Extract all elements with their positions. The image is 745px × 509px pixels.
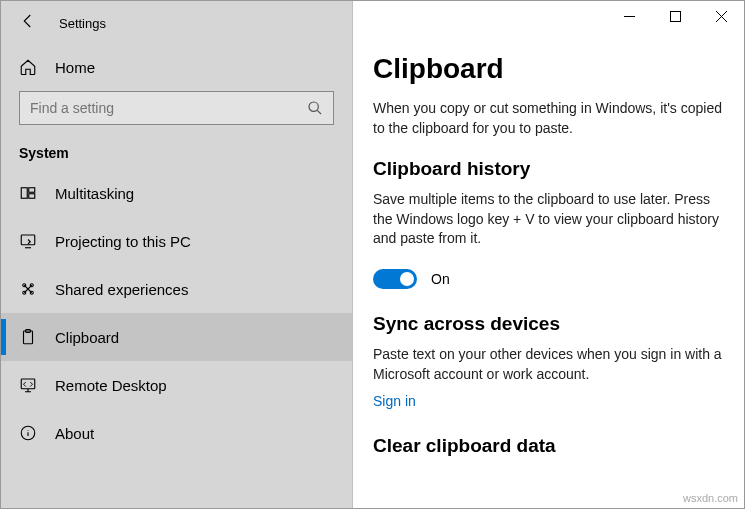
nav-shared-experiences[interactable]: Shared experiences: [1, 265, 352, 313]
nav-item-label: Shared experiences: [55, 281, 188, 298]
history-toggle-row: On: [373, 269, 732, 289]
sidebar-header: Settings: [1, 1, 352, 45]
history-heading: Clipboard history: [373, 158, 732, 180]
svg-rect-2: [29, 188, 35, 193]
back-arrow-icon: [19, 12, 37, 30]
watermark: wsxdn.com: [683, 492, 738, 504]
sync-desc: Paste text on your other devices when yo…: [373, 345, 732, 384]
history-toggle[interactable]: [373, 269, 417, 289]
close-button[interactable]: [698, 1, 744, 31]
minimize-icon: [624, 11, 635, 22]
nav-remote-desktop[interactable]: Remote Desktop: [1, 361, 352, 409]
app-title: Settings: [59, 16, 106, 31]
about-icon: [19, 424, 37, 442]
projecting-icon: [19, 232, 37, 250]
search-box[interactable]: [19, 91, 334, 125]
nav-item-label: Clipboard: [55, 329, 119, 346]
nav-clipboard[interactable]: Clipboard: [1, 313, 352, 361]
maximize-icon: [670, 11, 681, 22]
nav-home[interactable]: Home: [1, 45, 352, 89]
close-icon: [716, 11, 727, 22]
sync-heading: Sync across devices: [373, 313, 732, 335]
multitasking-icon: [19, 184, 37, 202]
nav-home-label: Home: [55, 59, 95, 76]
search-input[interactable]: [30, 100, 270, 116]
section-label-system: System: [1, 135, 352, 169]
nav-item-label: Projecting to this PC: [55, 233, 191, 250]
nav-item-label: Remote Desktop: [55, 377, 167, 394]
maximize-button[interactable]: [652, 1, 698, 31]
svg-rect-1: [21, 188, 27, 199]
nav-item-label: About: [55, 425, 94, 442]
signin-link[interactable]: Sign in: [373, 393, 416, 409]
nav-about[interactable]: About: [1, 409, 352, 457]
shared-icon: [19, 280, 37, 298]
nav-projecting[interactable]: Projecting to this PC: [1, 217, 352, 265]
minimize-button[interactable]: [606, 1, 652, 31]
remote-desktop-icon: [19, 376, 37, 394]
content-pane: Clipboard When you copy or cut something…: [353, 1, 744, 508]
window-caption-buttons: [606, 1, 744, 31]
page-intro: When you copy or cut something in Window…: [373, 99, 732, 138]
history-desc: Save multiple items to the clipboard to …: [373, 190, 732, 249]
history-toggle-state: On: [431, 271, 450, 287]
clear-heading: Clear clipboard data: [373, 435, 732, 457]
search-icon: [307, 100, 323, 116]
svg-rect-13: [670, 11, 680, 21]
nav-multitasking[interactable]: Multitasking: [1, 169, 352, 217]
sidebar: Settings Home System Multitasking Projec…: [1, 1, 353, 508]
page-title: Clipboard: [373, 53, 732, 85]
svg-rect-3: [29, 194, 35, 199]
clipboard-icon: [19, 328, 37, 346]
nav-item-label: Multitasking: [55, 185, 134, 202]
back-button[interactable]: [19, 12, 37, 34]
svg-point-0: [309, 102, 318, 111]
home-icon: [19, 58, 37, 76]
